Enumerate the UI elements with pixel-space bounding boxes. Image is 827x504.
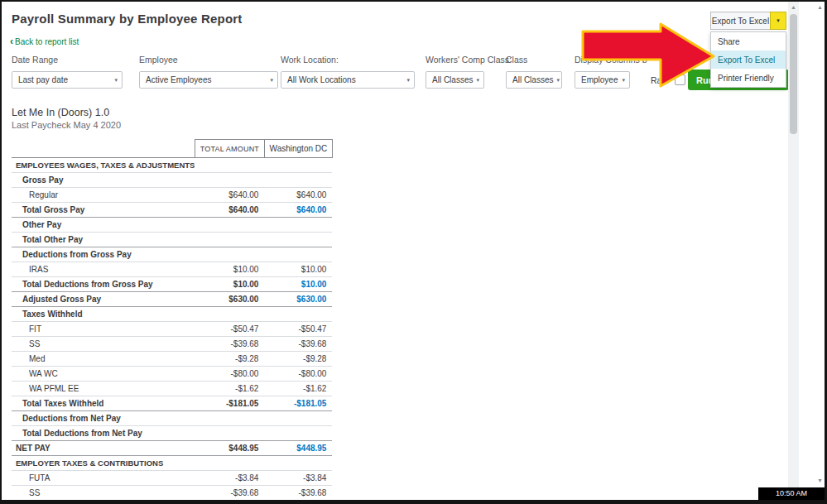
menu-item-share[interactable]: Share <box>711 32 786 50</box>
menu-item-export-to-excel[interactable]: Export To Excel <box>711 50 786 69</box>
scrollbar-up-icon[interactable]: ▲ <box>788 2 799 13</box>
outer-scrollbar-up-icon[interactable]: ▲ <box>815 2 825 13</box>
cell-washington-dc <box>264 173 332 188</box>
cell-washington-dc: -$80.00 <box>264 367 332 382</box>
filter-work-location-label: Work Location: <box>281 55 415 65</box>
export-menu: Share Export To Excel Printer Friendly <box>710 31 786 88</box>
cell-washington-dc: $10.00 <box>264 262 332 277</box>
cell-total-amount: -$50.47 <box>195 322 264 337</box>
table-row: EMPLOYEES WAGES, TAXES & ADJUSTMENTS <box>12 158 332 173</box>
row-label: Gross Pay <box>12 173 195 188</box>
table-row: Total Other Pay <box>12 233 332 247</box>
table-row: Total Gross Pay$640.00$640.00 <box>12 203 332 218</box>
export-caret-button[interactable]: ▾ <box>770 12 786 30</box>
filter-date-range-select[interactable]: Last pay date ▾ <box>12 71 123 89</box>
table-row: EMPLOYER TAXES & CONTRIBUTIONS <box>12 456 332 471</box>
row-label: WA PFML EE <box>12 382 195 396</box>
cell-total-amount: $448.95 <box>195 441 264 456</box>
table-row: Other Pay <box>12 218 332 233</box>
cell-total-amount: -$39.68 <box>195 486 264 501</box>
row-label: Regular <box>12 188 195 203</box>
row-label: Med <box>12 352 195 367</box>
outer-scrollbar[interactable]: ▲ ▼ <box>815 2 825 500</box>
table-row: FIT-$50.47-$50.47 <box>12 322 332 337</box>
filter-workers-comp-value: All Classes <box>432 75 473 84</box>
inner-scrollbar[interactable]: ▲ ▼ <box>788 2 799 500</box>
filter-class-label: Class <box>506 55 562 65</box>
cell-total-amount: -$1.62 <box>195 382 264 396</box>
cell-washington-dc[interactable]: $630.00 <box>264 292 332 307</box>
filter-employee: Employee Active Employees ▾ <box>139 55 278 89</box>
table-row: WA WC-$80.00-$80.00 <box>12 367 332 382</box>
col-header-washington-dc: Washington DC <box>264 140 332 158</box>
table-row: Regular$640.00$640.00 <box>12 188 332 203</box>
rate-label: Rate <box>651 75 669 85</box>
payroll-report-window: Payroll Summary by Employee Report ‹Back… <box>0 0 827 504</box>
filter-display-columns-select[interactable]: Employee ▾ <box>575 71 630 89</box>
cell-washington-dc <box>264 247 332 262</box>
cell-total-amount <box>195 426 264 441</box>
cell-total-amount <box>195 233 264 247</box>
cell-total-amount: $640.00 <box>195 203 264 218</box>
table-row: WA PFML EE-$1.62-$1.62 <box>12 382 332 396</box>
caret-down-icon: ▾ <box>476 77 479 84</box>
back-link[interactable]: ‹Back to report list <box>10 36 79 47</box>
cell-washington-dc <box>264 456 332 471</box>
export-to-excel-button[interactable]: Export To Excel <box>710 12 770 30</box>
table-row: Total Deductions from Gross Pay$10.00$10… <box>12 277 332 292</box>
row-label: WA WC <box>12 367 195 382</box>
filter-date-range-value: Last pay date <box>18 75 68 84</box>
cell-washington-dc[interactable]: $448.95 <box>264 441 332 456</box>
filter-display-columns: Display Columns b Employee ▾ <box>575 55 630 89</box>
cell-washington-dc[interactable]: -$181.05 <box>264 396 332 411</box>
scrollbar-thumb[interactable] <box>790 14 797 134</box>
filter-employee-label: Employee <box>139 55 278 65</box>
cell-washington-dc <box>264 158 332 173</box>
payroll-table: TOTAL AMOUNT Washington DC EMPLOYEES WAG… <box>12 139 333 501</box>
cell-total-amount <box>195 307 264 322</box>
cell-total-amount: -$80.00 <box>195 367 264 382</box>
row-label: IRAS <box>12 262 195 277</box>
outer-scrollbar-down-icon[interactable]: ▼ <box>815 475 825 487</box>
cell-washington-dc[interactable]: $10.00 <box>264 277 332 292</box>
row-label: NET PAY <box>12 441 195 456</box>
back-link-label: Back to report list <box>15 37 79 46</box>
row-label: Taxes Withheld <box>12 307 195 322</box>
filter-workers-comp-select[interactable]: All Classes ▾ <box>426 71 484 89</box>
cell-washington-dc[interactable]: $640.00 <box>264 203 332 218</box>
filter-class-select[interactable]: All Classes ▾ <box>506 71 562 89</box>
cell-washington-dc <box>264 307 332 322</box>
row-label: EMPLOYER TAXES & CONTRIBUTIONS <box>12 456 195 471</box>
cell-total-amount: -$181.05 <box>195 396 264 411</box>
filter-date-range: Date Range Last pay date ▾ <box>12 55 123 89</box>
cell-washington-dc: -$50.47 <box>264 322 332 337</box>
page-title: Payroll Summary by Employee Report <box>12 12 243 26</box>
row-label: Deductions from Gross Pay <box>12 247 195 262</box>
row-label: FIT <box>12 322 195 337</box>
cell-total-amount: -$39.68 <box>195 337 264 352</box>
cell-washington-dc: -$1.62 <box>264 382 332 396</box>
filter-employee-select[interactable]: Active Employees ▾ <box>139 71 278 89</box>
menu-item-printer-friendly[interactable]: Printer Friendly <box>711 69 786 87</box>
table-row: Adjusted Gross Pay$630.00$630.00 <box>12 292 332 307</box>
caret-down-icon: ▾ <box>622 77 625 84</box>
table-row: Deductions from Gross Pay <box>12 247 332 262</box>
row-label: FUTA <box>12 471 195 486</box>
table-row: IRAS$10.00$10.00 <box>12 262 332 277</box>
cell-washington-dc: $640.00 <box>264 188 332 203</box>
payroll-table-body: EMPLOYEES WAGES, TAXES & ADJUSTMENTSGros… <box>12 158 332 501</box>
filter-display-columns-label: Display Columns b <box>575 55 630 65</box>
cell-washington-dc <box>264 426 332 441</box>
caret-down-icon: ▾ <box>777 17 780 24</box>
table-row: SS-$39.68-$39.68 <box>12 486 332 501</box>
cell-washington-dc: -$39.68 <box>264 486 332 501</box>
table-row: FUTA-$3.84-$3.84 <box>12 471 332 486</box>
cell-total-amount: $10.00 <box>195 277 264 292</box>
table-row: NET PAY$448.95$448.95 <box>12 441 332 456</box>
row-label: EMPLOYEES WAGES, TAXES & ADJUSTMENTS <box>12 158 195 173</box>
filter-work-location-select[interactable]: All Work Locations ▾ <box>281 71 415 89</box>
filter-date-range-label: Date Range <box>12 55 123 65</box>
rate-checkbox[interactable] <box>675 74 685 85</box>
row-label: Other Pay <box>12 218 195 233</box>
cell-washington-dc: -$39.68 <box>264 337 332 352</box>
